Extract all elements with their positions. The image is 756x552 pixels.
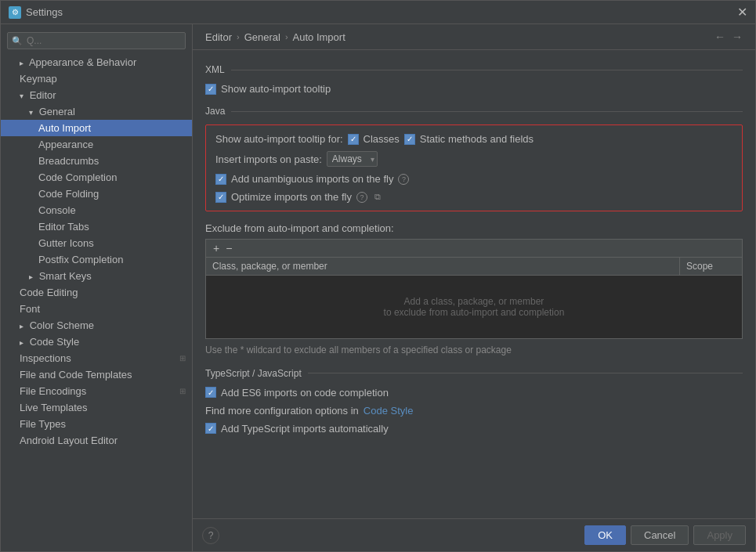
sidebar-item-code-editing[interactable]: Code Editing	[1, 284, 192, 301]
classes-label: Classes	[364, 133, 400, 145]
show-tooltip-row: Show auto-import tooltip for: Classes St…	[215, 133, 732, 145]
breadcrumb-editor: Editor	[205, 31, 232, 43]
sidebar-item-gutter-icons[interactable]: Gutter Icons	[1, 235, 192, 251]
insert-imports-dropdown[interactable]: Always Ask Never	[327, 151, 378, 167]
sidebar-item-auto-import[interactable]: Auto Import	[1, 120, 192, 136]
sidebar-item-code-completion[interactable]: Code Completion	[1, 169, 192, 186]
sidebar-item-inspections[interactable]: Inspections ⊞	[1, 350, 192, 366]
table-hint1: Add a class, package, or member	[404, 296, 544, 307]
sidebar-label: Auto Import	[38, 122, 91, 134]
sidebar-item-breadcrumbs[interactable]: Breadcrumbs	[1, 153, 192, 169]
unambiguous-help-icon[interactable]: ?	[398, 174, 409, 185]
classes-checkbox[interactable]	[348, 134, 359, 145]
right-panel: Editor › General › Auto Import ← → XML	[193, 24, 755, 551]
back-button[interactable]: ←	[714, 31, 725, 43]
typescript-section: TypeScript / JavaScript Add ES6 imports …	[205, 368, 743, 435]
sidebar-item-font[interactable]: Font	[1, 301, 192, 317]
optimize-imports-row: Optimize imports on the fly ? ⧉	[215, 191, 732, 203]
table-body: Add a class, package, or member to exclu…	[206, 276, 742, 338]
close-button[interactable]: ✕	[737, 5, 747, 20]
static-methods-checkbox[interactable]	[404, 134, 415, 145]
sidebar-item-postfix-completion[interactable]: Postfix Completion	[1, 251, 192, 268]
table-toolbar: + −	[205, 239, 743, 257]
xml-label: XML	[205, 64, 225, 75]
sidebar-item-code-style[interactable]: ▸ Code Style	[1, 334, 192, 350]
code-style-link[interactable]: Code Style	[364, 405, 414, 417]
sidebar-item-editor[interactable]: ▾ Editor	[1, 87, 192, 103]
sidebar-item-smart-keys[interactable]: ▸ Smart Keys	[1, 268, 192, 284]
window-title: Settings	[26, 6, 63, 18]
nav-arrows: ← →	[714, 31, 743, 43]
table-col-class-header: Class, package, or member	[206, 258, 679, 275]
search-input[interactable]	[7, 32, 186, 49]
static-methods-label: Static methods and fields	[420, 133, 534, 145]
es6-checkbox[interactable]	[205, 387, 216, 398]
sidebar-label: Live Templates	[20, 402, 87, 413]
typescript-checkbox[interactable]	[205, 423, 216, 434]
add-typescript-row: Add TypeScript imports automatically	[205, 423, 743, 435]
unambiguous-checkbox[interactable]	[215, 174, 226, 185]
ts-section-header: TypeScript / JavaScript	[205, 368, 743, 379]
sidebar-label: Smart Keys	[39, 270, 92, 282]
arrow-icon: ▸	[20, 322, 24, 330]
breadcrumb: Editor › General › Auto Import ← →	[193, 24, 755, 50]
sidebar-item-android-layout[interactable]: Android Layout Editor	[1, 432, 192, 449]
sidebar-item-file-code-templates[interactable]: File and Code Templates	[1, 366, 192, 383]
sidebar-item-general[interactable]: ▾ General	[1, 103, 192, 120]
sidebar-label: Editor	[30, 89, 56, 101]
xml-checkbox[interactable]	[205, 84, 216, 95]
sidebar-item-appearance[interactable]: Appearance	[1, 136, 192, 153]
breadcrumb-sep1: ›	[237, 32, 240, 41]
unambiguous-label: Add unambiguous imports on the fly	[231, 173, 393, 185]
breadcrumb-auto-import: Auto Import	[293, 31, 345, 43]
apply-button[interactable]: Apply	[693, 525, 746, 545]
arrow-icon: ▾	[20, 92, 24, 100]
sidebar-label: Appearance & Behavior	[29, 56, 136, 68]
sidebar-item-appearance-behavior[interactable]: ▸ Appearance & Behavior	[1, 54, 192, 70]
exclude-label: Exclude from auto-import and completion:	[205, 222, 743, 234]
title-bar: ⚙ Settings ✕	[1, 1, 755, 24]
sidebar-item-console[interactable]: Console	[1, 202, 192, 218]
sidebar-label: Gutter Icons	[38, 237, 94, 249]
breadcrumb-sep2: ›	[285, 32, 288, 41]
arrow-icon: ▾	[29, 108, 33, 117]
exclude-section: Exclude from auto-import and completion:…	[205, 222, 743, 357]
inspections-icon: ⊞	[179, 354, 186, 363]
sidebar-label: Code Style	[30, 336, 80, 348]
add-button[interactable]: +	[211, 242, 222, 254]
typescript-label: Add TypeScript imports automatically	[221, 423, 389, 435]
remove-button[interactable]: −	[223, 242, 234, 254]
find-config-label: Find more configuration options in	[205, 405, 359, 417]
sidebar-item-keymap[interactable]: Keymap	[1, 70, 192, 87]
main-content: 🔍 ▸ Appearance & Behavior Keymap ▾ Edito…	[1, 24, 755, 551]
sidebar-label: Postfix Completion	[38, 254, 123, 265]
sidebar-label: Android Layout Editor	[20, 435, 118, 446]
sidebar-item-file-encodings[interactable]: File Encodings ⊞	[1, 383, 192, 399]
search-icon: 🔍	[12, 36, 23, 46]
optimize-help-icon[interactable]: ?	[356, 192, 367, 203]
bottom-bar: ? OK Cancel Apply	[193, 518, 755, 551]
xml-row: Show auto-import tooltip	[205, 83, 743, 95]
sidebar-item-color-scheme[interactable]: ▸ Color Scheme	[1, 317, 192, 334]
ok-button[interactable]: OK	[584, 525, 626, 545]
sidebar-item-code-folding[interactable]: Code Folding	[1, 186, 192, 202]
sidebar-label: Console	[38, 204, 76, 216]
copy-icon[interactable]: ⧉	[372, 192, 383, 203]
sidebar-label: Appearance	[38, 139, 93, 150]
help-button[interactable]: ?	[202, 527, 219, 544]
sidebar-item-editor-tabs[interactable]: Editor Tabs	[1, 218, 192, 235]
table-hint2: to exclude from auto-import and completi…	[384, 307, 565, 318]
optimize-label: Optimize imports on the fly	[231, 191, 352, 203]
sidebar-label: Inspections	[20, 352, 71, 364]
forward-button[interactable]: →	[732, 31, 743, 43]
xml-line	[231, 70, 743, 70]
cancel-button[interactable]: Cancel	[631, 525, 689, 545]
optimize-checkbox[interactable]	[215, 192, 226, 203]
sidebar-label: Editor Tabs	[38, 221, 89, 233]
sidebar: 🔍 ▸ Appearance & Behavior Keymap ▾ Edito…	[1, 24, 193, 551]
settings-window: ⚙ Settings ✕ 🔍 ▸ Appearance & Behavior K…	[0, 0, 756, 552]
sidebar-item-file-types[interactable]: File Types	[1, 416, 192, 432]
insert-imports-label: Insert imports on paste:	[215, 153, 322, 165]
es6-label: Add ES6 imports on code completion	[221, 387, 389, 399]
sidebar-item-live-templates[interactable]: Live Templates	[1, 399, 192, 416]
